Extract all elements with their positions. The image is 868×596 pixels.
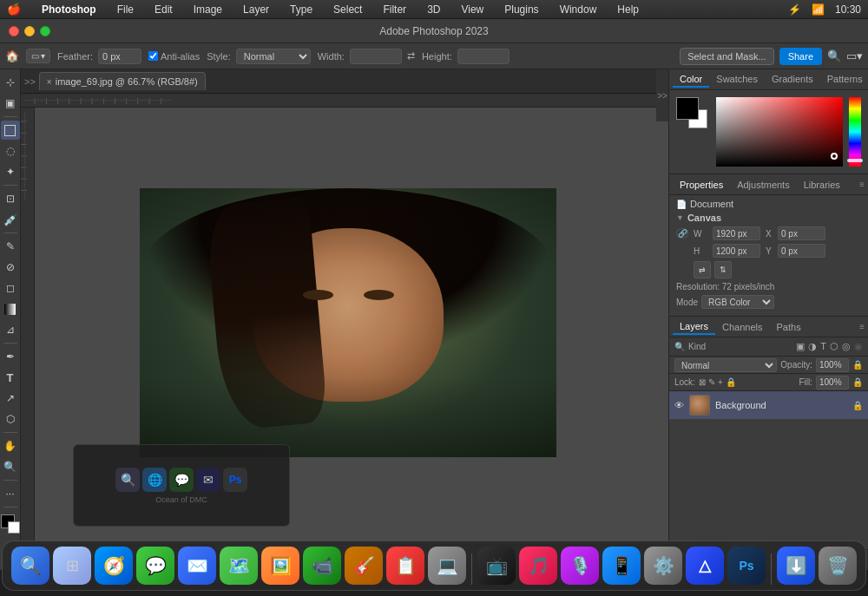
dock-launchpad[interactable]: ⊞ [53,547,91,585]
dodge-tool[interactable]: ⊿ [1,320,20,339]
canvas-container[interactable]: ·····|·····|·····|·····|·····|·····|····… [21,94,668,544]
menu-filter[interactable]: Filter [379,3,410,16]
fill-lock[interactable]: 🔒 [852,377,863,387]
dock-mail[interactable]: ✉️ [178,547,216,585]
search-button[interactable]: 🔍 [827,49,841,62]
eyedropper-tool[interactable]: 💉 [1,210,20,229]
menu-help[interactable]: Help [614,3,642,16]
move-tool[interactable]: ⊹ [1,73,20,92]
menu-type[interactable]: Type [286,3,316,16]
dock-trash[interactable]: 🗑️ [819,547,857,585]
tab-paths[interactable]: Paths [770,320,808,334]
tab-layers[interactable]: Layers [673,319,715,335]
antialias-checkbox[interactable] [148,51,158,61]
tab-swatches[interactable]: Swatches [709,72,765,88]
dock-photoshop[interactable]: Ps [727,547,766,585]
panel-collapse-left[interactable]: >> [24,76,36,87]
dock-systemprefs[interactable]: ⚙️ [644,547,682,585]
menu-view[interactable]: View [457,3,487,16]
dock-photos[interactable]: 🖼️ [261,547,299,585]
apple-menu[interactable]: 🍎 [7,3,21,16]
document-tab[interactable]: × image_69.jpg @ 66.7% (RGB/8#) [39,72,206,90]
path-select-tool[interactable]: ↗ [1,389,20,408]
eraser-tool[interactable]: ◻ [1,278,20,298]
more-tools[interactable]: ··· [1,484,20,503]
menu-layer[interactable]: Layer [240,3,273,16]
lock-position-icon[interactable]: ✎ [708,377,715,387]
flip-v-btn[interactable]: ⇅ [714,261,732,278]
tab-channels[interactable]: Channels [715,320,769,334]
dock-reminders[interactable]: 📋 [386,547,424,585]
dock-messages[interactable]: 💬 [136,547,174,585]
fill-input[interactable] [816,376,849,390]
quick-select-tool[interactable]: ✦ [1,162,20,181]
menu-image[interactable]: Image [190,3,226,16]
artboard-tool[interactable]: ▣ [1,94,20,113]
close-button[interactable] [9,26,19,36]
tab-properties[interactable]: Properties [673,178,730,192]
filter-shape-icon[interactable]: ⬡ [830,341,838,352]
shape-tool[interactable]: ⬡ [1,409,20,429]
tab-libraries[interactable]: Libraries [797,178,847,192]
menu-3d[interactable]: 3D [424,3,444,16]
dock-testflight[interactable]: △ [686,547,724,585]
lock-all-icon[interactable]: 🔒 [726,377,736,387]
menu-file[interactable]: File [114,3,137,16]
tab-close[interactable]: × [47,77,52,87]
height-input[interactable] [457,49,510,64]
color-mode-select[interactable]: RGB Color CMYK Color Grayscale [701,295,774,309]
link-icon[interactable]: 🔗 [676,228,688,239]
select-mask-button[interactable]: Select and Mask... [680,48,774,65]
width-input[interactable] [350,49,402,64]
swap-icon[interactable]: ⇄ [407,50,415,62]
brush-tool[interactable]: ✎ [1,237,20,256]
filter-adjustment-icon[interactable]: ◑ [808,341,817,352]
share-button[interactable]: Share [779,48,822,65]
tab-adjustments[interactable]: Adjustments [730,178,797,192]
tab-patterns[interactable]: Patterns [820,72,868,88]
menu-photoshop[interactable]: Photoshop [38,3,100,16]
filter-type-icon[interactable]: T [820,341,826,352]
canvas-collapse[interactable]: ▼ [676,213,684,222]
dock-podcasts[interactable]: 🎙️ [561,547,599,585]
filter-toggle[interactable]: ◉ [854,341,863,352]
type-tool[interactable]: T [1,368,20,387]
menu-plugins[interactable]: Plugins [501,3,542,16]
lasso-tool[interactable]: ◌ [1,141,20,160]
menu-select[interactable]: Select [330,3,365,16]
layer-background[interactable]: 👁 Background 🔒 [669,391,868,419]
filter-smart-icon[interactable]: ◎ [842,341,851,352]
tab-color[interactable]: Color [673,72,709,88]
hue-slider[interactable] [849,97,861,167]
blend-mode-select[interactable]: Normal Multiply Screen Overlay [674,358,777,372]
canvas-width-input[interactable] [713,226,760,240]
dock-finder2[interactable]: 💻 [428,547,466,585]
dock-music[interactable]: 🎵 [519,547,557,585]
tab-gradients[interactable]: Gradients [765,72,820,88]
home-button[interactable]: 🏠 [5,49,19,62]
crop-tool[interactable]: ⊡ [1,189,20,208]
dock-safari[interactable]: 🧭 [95,547,133,585]
menu-edit[interactable]: Edit [151,3,176,16]
clone-tool[interactable]: ⊘ [1,258,20,277]
layers-panel-menu[interactable]: ≡ [859,322,865,331]
pen-tool[interactable]: ✒ [1,347,20,366]
dock-downloads[interactable]: ⬇️ [777,547,815,585]
maximize-button[interactable] [40,26,50,36]
marquee-tool[interactable] [1,121,20,140]
dock-appstore[interactable]: 📱 [602,547,641,585]
menu-window[interactable]: Window [556,3,601,16]
feather-input[interactable] [98,49,141,64]
gradient-tool[interactable] [1,299,20,318]
lock-pixels-icon[interactable]: ⊠ [699,377,706,387]
dock-finder[interactable]: 🔍 [11,547,49,585]
color-gradient-picker[interactable] [716,97,843,167]
selection-tool-btn[interactable]: ▭ ▾ [26,49,50,63]
dock-appletv[interactable]: 📺 [477,547,516,585]
panel-collapse-handle[interactable]: >> [656,69,668,121]
style-select[interactable]: Normal Fixed Ratio Fixed Size [236,49,311,64]
canvas-y-input[interactable] [778,244,825,258]
background-color[interactable] [8,521,20,534]
canvas-x-input[interactable] [778,226,825,240]
canvas-height-input[interactable] [713,244,760,258]
